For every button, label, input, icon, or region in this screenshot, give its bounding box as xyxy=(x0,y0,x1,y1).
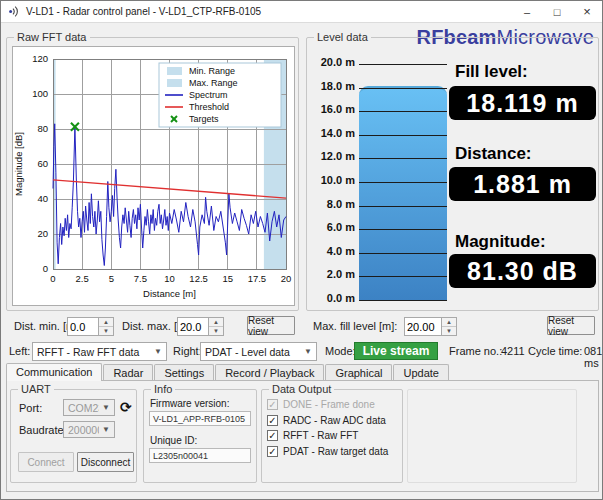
fill-level-gauge: 20.0 m18.0 m16.0 m14.0 m12.0 m10.0 m8.0 … xyxy=(311,58,453,310)
firmware-version-value: V-LD1_APP-RFB-0105 xyxy=(149,411,251,426)
gauge-tick-label: 4.0 m xyxy=(311,245,355,257)
uart-group-title: UART xyxy=(18,383,54,395)
fill-level-value: 18.119 m xyxy=(449,86,596,120)
level-reset-view-button[interactable]: Reset view xyxy=(547,316,595,335)
gauge-tick-line xyxy=(359,182,447,183)
gauge-tick-label: 8.0 m xyxy=(311,198,355,210)
empty-panel xyxy=(407,389,577,483)
y-tick-label: 60 xyxy=(37,158,48,169)
checkbox-label: DONE - Frame done xyxy=(283,399,375,410)
max-fill-spin-buttons[interactable]: ▲▼ xyxy=(442,317,457,336)
legend-region-swatch xyxy=(167,67,182,75)
gauge-tick-line xyxy=(359,111,447,112)
dist-min-input[interactable] xyxy=(67,317,99,336)
checkbox-label: RFFT - Raw FFT xyxy=(283,430,358,441)
app-icon xyxy=(8,5,21,18)
data-output-checkbox-list: ✓DONE - Frame done✓RADC - Raw ADC data✓R… xyxy=(267,397,401,459)
max-fill-stepper[interactable]: ▲▼ xyxy=(404,317,457,336)
x-tick-label: 7.5 xyxy=(134,273,147,284)
frame-no-label: Frame no.: xyxy=(449,345,502,357)
gauge-tick-label: 6.0 m xyxy=(311,221,355,233)
y-tick-label: 20 xyxy=(37,228,48,239)
dist-max-stepper[interactable]: ▲▼ xyxy=(177,317,224,336)
x-tick-label: 15 xyxy=(223,273,234,284)
distance-value: 1.881 m xyxy=(449,167,596,201)
x-axis-title: Distance [m] xyxy=(143,288,196,299)
tab-update[interactable]: Update xyxy=(393,364,448,381)
spin-up-icon[interactable]: ▲ xyxy=(99,318,113,327)
tab-settings[interactable]: Settings xyxy=(154,364,214,381)
checkbox-label: PDAT - Raw target data xyxy=(283,446,388,457)
checkbox-icon[interactable]: ✓ xyxy=(267,430,278,441)
spin-down-icon[interactable]: ▼ xyxy=(209,327,223,335)
x-tick-label: 5 xyxy=(109,273,114,284)
x-tick-label: 12.5 xyxy=(189,273,208,284)
spin-down-icon[interactable]: ▼ xyxy=(442,327,456,335)
port-select: COM23 ▼ xyxy=(63,399,115,416)
data-output-row: ✓PDAT - Raw target data xyxy=(267,444,401,460)
right-display-select[interactable]: PDAT - Level data ▼ xyxy=(200,342,317,361)
chevron-down-icon: ▼ xyxy=(102,425,110,434)
max-fill-input[interactable] xyxy=(404,317,442,336)
title-bar: V-LD1 - Radar control panel - V-LD1_CTP-… xyxy=(1,1,602,23)
dist-min-spin-buttons[interactable]: ▲▼ xyxy=(99,317,114,336)
maximize-icon[interactable]: □ xyxy=(542,1,572,22)
mode-label: Mode: xyxy=(325,345,356,357)
gauge-tick-line xyxy=(359,253,447,254)
chevron-down-icon: ▼ xyxy=(154,347,162,356)
port-value: COM23 xyxy=(68,402,99,414)
fft-chart-svg[interactable]: 02.557.51012.51517.520020406080100120Dis… xyxy=(13,47,294,305)
raw-fft-group-title: Raw FFT data xyxy=(14,31,90,43)
tab-graphical[interactable]: Graphical xyxy=(325,364,392,381)
legend-label: Spectrum xyxy=(189,90,228,100)
checkbox-icon[interactable]: ✓ xyxy=(267,446,278,457)
dist-max-input[interactable] xyxy=(177,317,209,336)
gauge-tick-line xyxy=(359,158,447,159)
y-tick-label: 80 xyxy=(37,123,48,134)
gauge-tick-label: 2.0 m xyxy=(311,268,355,280)
dist-min-stepper[interactable]: ▲▼ xyxy=(67,317,114,336)
gauge-tick-label: 12.0 m xyxy=(311,150,355,162)
gauge-tick-line xyxy=(359,276,447,277)
spin-up-icon[interactable]: ▲ xyxy=(442,318,456,327)
gauge-tick-line xyxy=(359,64,447,65)
spin-up-icon[interactable]: ▲ xyxy=(209,318,223,327)
spin-down-icon[interactable]: ▼ xyxy=(99,327,113,335)
gauge-tick-line xyxy=(359,229,447,230)
app-window: V-LD1 - Radar control panel - V-LD1_CTP-… xyxy=(0,0,603,500)
unique-id-value: L2305n00041 xyxy=(149,448,251,463)
magnitude-label: Magnitude: xyxy=(455,232,546,252)
close-icon[interactable]: × xyxy=(572,1,602,22)
fft-reset-view-button[interactable]: Reset view xyxy=(247,316,295,335)
tab-bar: CommunicationRadarSettingsRecord / Playb… xyxy=(6,364,450,381)
data-output-row: ✓RFFT - Raw FFT xyxy=(267,428,401,444)
fill-level-bar xyxy=(359,86,447,300)
x-tick-label: 10 xyxy=(164,273,175,284)
max-fill-level-label: Max. fill level [m]: xyxy=(313,320,397,332)
fill-level-label: Fill level: xyxy=(455,62,528,82)
disconnect-button[interactable]: Disconnect xyxy=(77,452,134,472)
legend-label: Threshold xyxy=(189,102,229,112)
legend-label: Min. Range xyxy=(189,66,235,76)
left-display-select[interactable]: RFFT - Raw FFT data ▼ xyxy=(32,342,167,361)
left-display-value: RFFT - Raw FFT data xyxy=(37,346,151,358)
dist-max-spin-buttons[interactable]: ▲▼ xyxy=(209,317,224,336)
port-label: Port: xyxy=(19,402,42,414)
refresh-ports-icon[interactable]: ⟳ xyxy=(120,400,132,414)
fft-chart[interactable]: 02.557.51012.51517.520020406080100120Dis… xyxy=(12,46,295,306)
mode-status-badge: Live stream xyxy=(354,342,438,360)
y-tick-label: 120 xyxy=(32,53,48,64)
tab-radar[interactable]: Radar xyxy=(103,364,153,381)
tab-communication[interactable]: Communication xyxy=(6,363,102,381)
gauge-tick-line xyxy=(359,135,447,136)
y-axis-title: Magnitude [dB] xyxy=(13,132,24,196)
tab-record-playback[interactable]: Record / Playback xyxy=(215,364,324,381)
unique-id-label: Unique ID: xyxy=(150,435,197,446)
checkbox-icon[interactable]: ✓ xyxy=(267,415,278,426)
minimize-icon[interactable]: – xyxy=(512,1,542,22)
y-tick-label: 40 xyxy=(37,193,48,204)
data-output-row: ✓RADC - Raw ADC data xyxy=(267,413,401,429)
connect-button: Connect xyxy=(18,452,74,472)
gauge-tick-label: 0.0 m xyxy=(311,292,355,304)
level-data-group-title: Level data xyxy=(314,31,371,43)
